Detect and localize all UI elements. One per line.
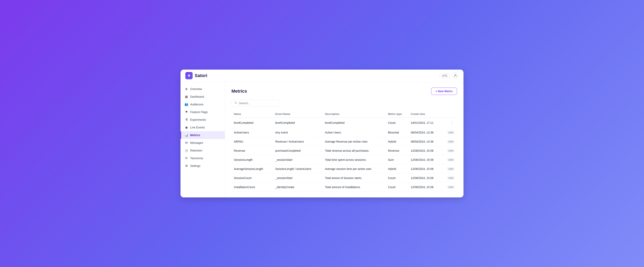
- core-badge: core: [447, 131, 454, 134]
- cell-event_name-2: Revenue / ActiveUsers: [273, 137, 322, 146]
- more-menu-button[interactable]: ⋮: [449, 120, 454, 125]
- metrics-icon: 📊: [184, 133, 188, 137]
- table-row: RevenuepurchaseCompletedTotal revenue ac…: [232, 146, 457, 155]
- col-header-create_time: Create time: [408, 110, 442, 118]
- overview-icon: ⊕: [184, 87, 188, 91]
- cell-description-1: Active Users.: [322, 128, 386, 137]
- cell-name-5: AverageSessionLength: [232, 164, 273, 174]
- cell-create_time-6: 12/06/2024, 15:06: [408, 174, 442, 183]
- col-header-description: Description: [322, 110, 386, 118]
- sidebar-label-messages: Messages: [190, 141, 203, 144]
- page-title: Metrics: [232, 89, 247, 94]
- table-row: SessionCount_sessionStartTotal amout of …: [232, 174, 457, 183]
- sidebar-item-experiments[interactable]: ⚗ Experiments: [180, 116, 225, 124]
- cell-name-0: levelCompleted: [232, 118, 273, 128]
- core-badge: core: [447, 158, 454, 162]
- core-badge: core: [447, 185, 454, 189]
- sidebar-label-dashboard: Dashboard: [190, 95, 204, 98]
- cell-create_time-7: 12/06/2024, 15:06: [408, 183, 442, 192]
- sidebar-item-dashboard[interactable]: ▦ Dashboard: [180, 93, 225, 101]
- cell-actions-2: core: [442, 137, 457, 146]
- cell-event_name-3: purchaseCompleted: [273, 146, 322, 155]
- cell-metric_type-0: Count: [386, 118, 408, 128]
- sidebar-item-audiences[interactable]: 👥 Audiences: [180, 101, 225, 108]
- top-right: UTC: [440, 72, 459, 79]
- cell-event_name-6: _sessionStart: [273, 174, 322, 183]
- cell-name-7: InstallationCount: [232, 183, 273, 192]
- sidebar-item-messages[interactable]: ✉ Messages: [180, 139, 225, 147]
- user-avatar[interactable]: [452, 72, 459, 79]
- cell-name-1: ActiveUsers: [232, 128, 273, 137]
- search-icon: [234, 101, 237, 105]
- cell-event_name-0: levelCompleted: [273, 118, 322, 128]
- cell-create_time-4: 12/06/2024, 15:06: [408, 155, 442, 164]
- cell-metric_type-2: Hybrid: [386, 137, 408, 146]
- cell-actions-0: ⋮: [442, 118, 457, 128]
- cell-description-5: Average session time per active user.: [322, 164, 386, 174]
- cell-metric_type-4: Sum: [386, 155, 408, 164]
- cell-description-7: Total amount of installations.: [322, 183, 386, 192]
- taxonomy-icon: ⟳: [184, 156, 188, 160]
- col-header-actions: [442, 110, 457, 118]
- new-metric-button[interactable]: + New Metric: [431, 88, 457, 95]
- search-bar: [232, 100, 280, 106]
- sidebar-item-metrics[interactable]: 📊 Metrics: [180, 131, 225, 139]
- cell-metric_type-5: Hybrid: [386, 164, 408, 174]
- metrics-table: NameEvent NameDescriptionMetric typeCrea…: [232, 110, 457, 192]
- cell-actions-4: core: [442, 155, 457, 164]
- sidebar-item-taxonomy[interactable]: ⟳ Taxonomy: [180, 154, 225, 162]
- col-header-event_name: Event Name: [273, 110, 322, 118]
- cell-name-2: ARPAU: [232, 137, 273, 146]
- table-row: ActiveUsersAny eventActive Users.Binomia…: [232, 128, 457, 137]
- cell-name-4: SessionLength: [232, 155, 273, 164]
- table-row: SessionLength_sessionStartTotal time spe…: [232, 155, 457, 164]
- sidebar-label-feature-flags: Feature Flags: [190, 110, 208, 114]
- svg-point-0: [455, 74, 456, 76]
- sidebar: ⊕ Overview ▦ Dashboard 👥 Audiences ⚑ Fea…: [180, 82, 225, 197]
- sidebar-item-live-events[interactable]: ◉ Live Events: [180, 124, 225, 131]
- sidebar-item-overview[interactable]: ⊕ Overview: [180, 85, 225, 93]
- col-header-metric_type: Metric type: [386, 110, 408, 118]
- cell-actions-3: core: [442, 146, 457, 155]
- cell-description-0: levelCompleted: [322, 118, 386, 128]
- main-layout: ⊕ Overview ▦ Dashboard 👥 Audiences ⚑ Fea…: [180, 82, 464, 197]
- utc-badge[interactable]: UTC: [440, 73, 450, 78]
- table-header-row: NameEvent NameDescriptionMetric typeCrea…: [232, 110, 457, 118]
- cell-create_time-3: 12/06/2024, 15:06: [408, 146, 442, 155]
- cell-actions-1: core: [442, 128, 457, 137]
- cell-metric_type-7: Count: [386, 183, 408, 192]
- core-badge: core: [447, 176, 454, 180]
- logo-icon: ❖: [185, 72, 193, 79]
- table-header: NameEvent NameDescriptionMetric typeCrea…: [232, 110, 457, 118]
- cell-actions-7: core: [442, 183, 457, 192]
- cell-actions-6: core: [442, 174, 457, 183]
- table-row: InstallationCount_identityCreateTotal am…: [232, 183, 457, 192]
- messages-icon: ✉: [184, 141, 188, 145]
- sidebar-label-overview: Overview: [190, 87, 202, 91]
- table-row: levelCompletedlevelCompletedlevelComplet…: [232, 118, 457, 128]
- cell-create_time-2: 08/04/2024, 13:36: [408, 137, 442, 146]
- settings-icon: ⚙: [184, 164, 188, 168]
- cell-description-6: Total amout of Session starts.: [322, 174, 386, 183]
- content-area: Metrics + New Metric NameEvent NameDescr…: [225, 82, 464, 197]
- feature-flags-icon: ⚑: [184, 110, 188, 114]
- sidebar-label-taxonomy: Taxonomy: [190, 157, 203, 160]
- sidebar-item-retention[interactable]: ◷ Retention: [180, 147, 225, 154]
- table-body: levelCompletedlevelCompletedlevelComplet…: [232, 118, 457, 192]
- cell-metric_type-1: Binomial: [386, 128, 408, 137]
- cell-metric_type-6: Count: [386, 174, 408, 183]
- sidebar-item-settings[interactable]: ⚙ Settings: [180, 162, 225, 170]
- content-header: Metrics + New Metric: [232, 88, 457, 95]
- cell-description-3: Total revenue across all purchases.: [322, 146, 386, 155]
- sidebar-label-audiences: Audiences: [190, 103, 203, 106]
- live-events-icon: ◉: [184, 126, 188, 129]
- sidebar-label-retention: Retention: [190, 149, 202, 152]
- cell-name-6: SessionCount: [232, 174, 273, 183]
- cell-create_time-1: 08/04/2024, 13:36: [408, 128, 442, 137]
- table-row: AverageSessionLengthSessionLength / Acti…: [232, 164, 457, 174]
- search-input[interactable]: [239, 102, 277, 105]
- sidebar-item-feature-flags[interactable]: ⚑ Feature Flags: [180, 108, 225, 116]
- sidebar-label-settings: Settings: [190, 164, 200, 167]
- sidebar-label-live-events: Live Events: [190, 126, 205, 129]
- cell-event_name-1: Any event: [273, 128, 322, 137]
